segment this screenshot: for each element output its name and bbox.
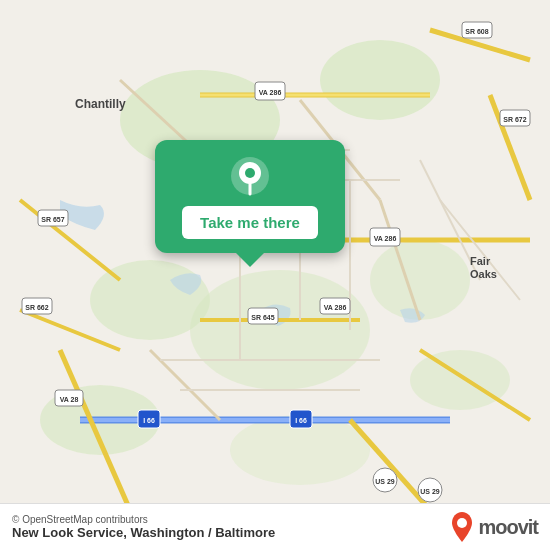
svg-text:US 29: US 29: [420, 488, 440, 495]
svg-text:SR 645: SR 645: [251, 314, 274, 321]
svg-point-4: [190, 270, 370, 390]
svg-text:I 66: I 66: [143, 417, 155, 424]
svg-point-8: [410, 350, 510, 410]
copyright-text: © OpenStreetMap contributors: [12, 514, 275, 525]
svg-text:VA 28: VA 28: [60, 396, 79, 403]
svg-text:SR 672: SR 672: [503, 116, 526, 123]
svg-text:I 66: I 66: [295, 417, 307, 424]
svg-text:SR 657: SR 657: [41, 216, 64, 223]
bottom-bar: © OpenStreetMap contributors New Look Se…: [0, 503, 550, 550]
svg-text:Chantilly: Chantilly: [75, 97, 126, 111]
moovit-text: moovit: [478, 516, 538, 539]
svg-text:VA 286: VA 286: [374, 235, 397, 242]
svg-text:VA 286: VA 286: [259, 89, 282, 96]
take-me-there-button[interactable]: Take me there: [182, 206, 318, 239]
svg-text:SR 662: SR 662: [25, 304, 48, 311]
map-container: VA 286 SR 608 SR 672 VA 286 SR 645 I 66 …: [0, 0, 550, 550]
svg-point-2: [320, 40, 440, 120]
svg-text:VA 286: VA 286: [324, 304, 347, 311]
pin-icon: [230, 156, 270, 196]
location-name: New Look Service, Washington / Baltimore: [12, 525, 275, 540]
svg-text:Oaks: Oaks: [470, 268, 497, 280]
svg-text:US 29: US 29: [375, 478, 395, 485]
svg-text:SR 608: SR 608: [465, 28, 488, 35]
moovit-pin-icon: [450, 512, 474, 542]
svg-point-41: [457, 518, 467, 528]
location-info: © OpenStreetMap contributors New Look Se…: [12, 514, 275, 540]
moovit-logo: moovit: [450, 512, 538, 542]
location-card: Take me there: [155, 140, 345, 253]
svg-point-40: [245, 168, 255, 178]
svg-text:Fair: Fair: [470, 255, 491, 267]
map-background: VA 286 SR 608 SR 672 VA 286 SR 645 I 66 …: [0, 0, 550, 550]
svg-point-5: [370, 240, 470, 320]
